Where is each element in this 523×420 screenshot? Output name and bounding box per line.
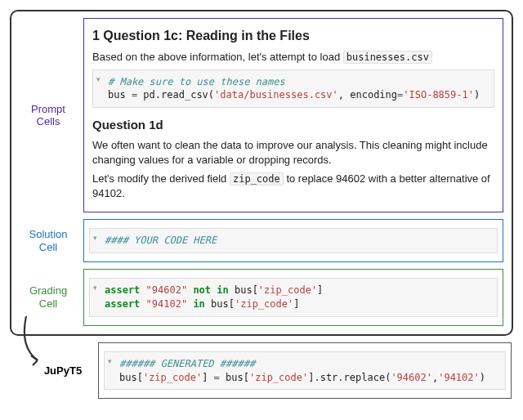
tok: "94602" bbox=[146, 284, 188, 296]
question-1c-heading: 1 Question 1c: Reading in the Files bbox=[92, 29, 494, 43]
tok: '94102' bbox=[438, 372, 480, 383]
tok: not in bbox=[187, 284, 235, 296]
inline-code-businesses: businesses.csv bbox=[343, 51, 432, 64]
generated-cell: ###### GENERATED ###### bus['zip_code'] … bbox=[98, 342, 512, 400]
jupyt5-label: JuPyT5 bbox=[34, 342, 92, 400]
prompt-1c-text-a: Based on the above information, let's at… bbox=[92, 51, 343, 63]
code-block-readcsv: # Make sure to use these names bus = pd.… bbox=[92, 69, 494, 109]
grading-label: Grading Cell bbox=[20, 269, 77, 326]
prompt-cell: 1 Question 1c: Reading in the Files Base… bbox=[83, 18, 503, 212]
generated-comment: ###### GENERATED ###### bbox=[119, 358, 255, 369]
tok: 'data/businesses.csv' bbox=[214, 89, 338, 101]
prompt-1c-text: Based on the above information, let's at… bbox=[92, 50, 494, 65]
solution-placeholder: #### YOUR CODE HERE bbox=[105, 235, 217, 246]
notebook-outline: Prompt Cells 1 Question 1c: Reading in t… bbox=[10, 10, 513, 336]
grading-cell: assert "94602" not in bus['zip_code'] as… bbox=[83, 269, 503, 326]
generated-row: JuPyT5 ###### GENERATED ###### bus['zip_… bbox=[34, 342, 512, 400]
prompt-row: Prompt Cells 1 Question 1c: Reading in t… bbox=[20, 18, 503, 212]
tok: bus[ bbox=[226, 372, 249, 383]
tok: assert bbox=[105, 284, 146, 296]
prompt-1d-text-1: We often want to clean the data to impro… bbox=[92, 138, 494, 167]
tok: = bbox=[132, 89, 143, 101]
tok: ) bbox=[474, 89, 480, 101]
tok: ] bbox=[202, 372, 213, 383]
tok: = bbox=[214, 372, 226, 383]
grading-row: Grading Cell assert "94602" not in bus['… bbox=[20, 269, 503, 326]
tok: '94602' bbox=[391, 372, 432, 383]
tok: bus bbox=[108, 89, 132, 101]
code-block-generated: ###### GENERATED ###### bus['zip_code'] … bbox=[104, 351, 506, 391]
tok: 'zip_code' bbox=[258, 284, 317, 296]
tok: 'zip_code' bbox=[249, 372, 308, 383]
tok: bus[ bbox=[211, 298, 235, 310]
question-1d-heading: Question 1d bbox=[92, 118, 494, 132]
tok: 'ISO-8859-1' bbox=[403, 89, 474, 101]
tok: bus[ bbox=[235, 284, 258, 296]
inline-code-zipcode: zip_code bbox=[230, 172, 284, 185]
tok: , encoding bbox=[338, 89, 397, 101]
code-comment: # Make sure to use these names bbox=[108, 76, 285, 87]
solution-row: Solution Cell #### YOUR CODE HERE bbox=[20, 219, 503, 262]
tok: "94102" bbox=[146, 298, 188, 310]
prompt-1d-text-2: Let's modify the derived field zip_code … bbox=[92, 172, 494, 200]
prompt-label: Prompt Cells bbox=[20, 18, 77, 212]
tok: 'zip_code' bbox=[235, 298, 293, 310]
code-block-grading: assert "94602" not in bus['zip_code'] as… bbox=[89, 278, 498, 317]
solution-cell[interactable]: #### YOUR CODE HERE bbox=[83, 219, 503, 262]
tok: pd.read_csv( bbox=[143, 89, 214, 101]
tok: ] bbox=[293, 298, 299, 310]
tok: assert bbox=[105, 298, 146, 310]
tok: 'zip_code' bbox=[143, 372, 202, 383]
prompt-1d-a: Let's modify the derived field bbox=[92, 172, 230, 185]
tok: ] bbox=[317, 284, 323, 296]
tok: ].str.replace( bbox=[308, 372, 391, 383]
tok: ) bbox=[480, 372, 485, 383]
tok: bus[ bbox=[119, 372, 143, 383]
code-block-solution[interactable]: #### YOUR CODE HERE bbox=[89, 228, 498, 253]
solution-label: Solution Cell bbox=[20, 219, 77, 262]
tok: in bbox=[187, 298, 211, 310]
